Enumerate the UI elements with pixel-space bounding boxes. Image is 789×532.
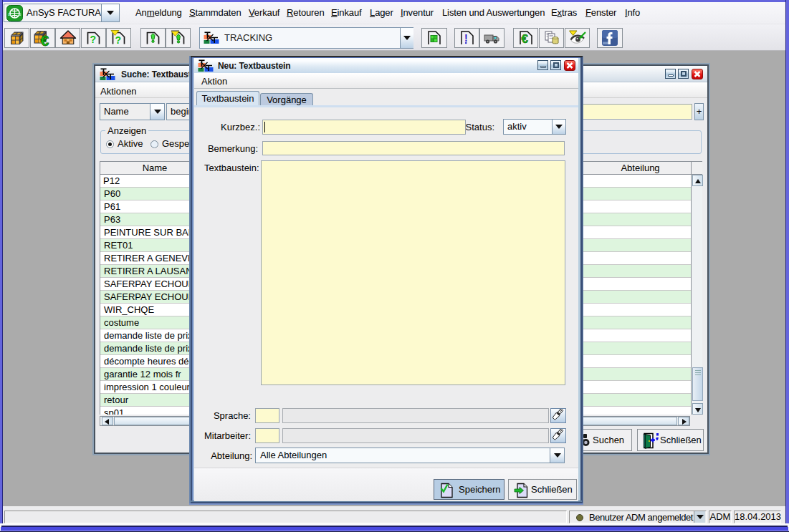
svg-text:€: € [521, 32, 528, 46]
svg-text:?: ? [115, 34, 121, 46]
svg-text:€: € [40, 32, 49, 47]
svg-text:s: s [19, 11, 21, 16]
svg-text:!: ! [464, 32, 468, 44]
svg-text:?: ? [90, 34, 96, 45]
svg-text:a: a [8, 11, 11, 16]
